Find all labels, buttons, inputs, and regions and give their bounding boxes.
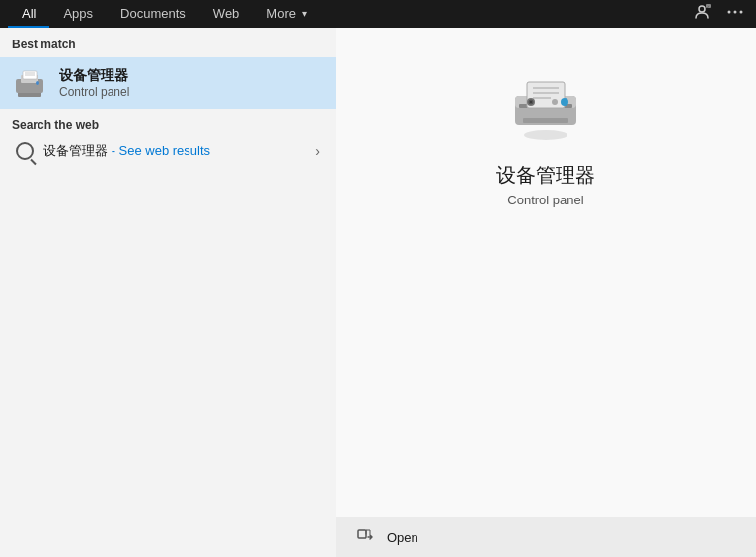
open-label: Open bbox=[387, 530, 418, 545]
svg-rect-27 bbox=[358, 530, 366, 538]
left-empty-area bbox=[0, 166, 336, 557]
see-web-results-link: - See web results bbox=[108, 143, 210, 158]
svg-point-23 bbox=[552, 99, 558, 105]
svg-point-26 bbox=[530, 101, 532, 103]
svg-point-5 bbox=[740, 11, 743, 14]
svg-point-3 bbox=[728, 11, 731, 14]
main-container: Best match bbox=[0, 28, 756, 557]
tab-more[interactable]: More ▾ bbox=[253, 0, 321, 28]
top-navigation-bar: All Apps Documents Web More ▾ ✓ bbox=[0, 0, 756, 28]
right-panel-subtitle: Control panel bbox=[507, 193, 583, 207]
best-match-item[interactable]: 设备管理器 Control panel bbox=[0, 57, 336, 109]
chevron-right-icon: › bbox=[315, 143, 320, 159]
search-icon bbox=[16, 142, 34, 160]
open-button[interactable]: Open bbox=[336, 517, 756, 557]
action-buttons-area: Open bbox=[336, 517, 756, 557]
device-manager-icon-large bbox=[506, 67, 585, 146]
svg-text:✓: ✓ bbox=[707, 5, 710, 9]
svg-rect-16 bbox=[523, 118, 568, 123]
right-panel: 设备管理器 Control panel Open bbox=[336, 28, 756, 557]
device-manager-icon-small bbox=[12, 65, 47, 101]
svg-point-22 bbox=[561, 98, 568, 106]
feedback-icon[interactable]: ✓ bbox=[689, 3, 715, 25]
best-match-subtitle: Control panel bbox=[59, 85, 129, 99]
svg-point-0 bbox=[699, 6, 705, 12]
best-match-label: Best match bbox=[0, 28, 336, 57]
topbar-actions: ✓ bbox=[689, 3, 748, 25]
search-web-item[interactable]: 设备管理器 - See web results › bbox=[12, 136, 324, 166]
best-match-title: 设备管理器 bbox=[59, 67, 129, 85]
open-icon bbox=[355, 527, 375, 547]
right-panel-title: 设备管理器 bbox=[496, 162, 595, 189]
tab-apps[interactable]: Apps bbox=[49, 0, 107, 28]
tab-web[interactable]: Web bbox=[199, 0, 254, 28]
search-web-text: 设备管理器 - See web results bbox=[43, 142, 315, 160]
more-options-icon[interactable] bbox=[722, 3, 748, 25]
svg-point-13 bbox=[524, 130, 567, 140]
best-match-text: 设备管理器 Control panel bbox=[59, 67, 129, 99]
tab-all[interactable]: All bbox=[8, 0, 49, 28]
left-panel: Best match bbox=[0, 28, 336, 557]
search-web-label: Search the web bbox=[0, 109, 336, 136]
tab-documents[interactable]: Documents bbox=[107, 0, 199, 28]
svg-point-12 bbox=[36, 81, 39, 85]
chevron-down-icon: ▾ bbox=[302, 8, 307, 19]
svg-point-4 bbox=[734, 11, 737, 14]
